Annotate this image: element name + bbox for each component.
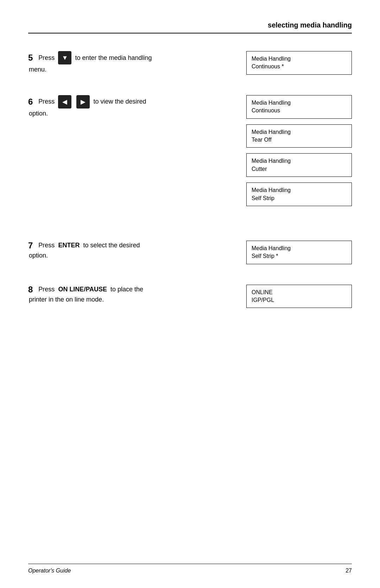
step-5-first-line: 5 Press to enter the media handling [28, 51, 232, 64]
step-6-lcd-2: Media Handling Cutter [246, 153, 352, 177]
step-5-text-after: to enter the media handling [75, 53, 152, 63]
step-6-lcd-3-text: Media Handling Self Strip [252, 186, 291, 202]
step-6-line2: option. [29, 110, 232, 117]
step-8-left: 8 Press ON LINE/PAUSE to place the print… [28, 285, 246, 303]
step-5-text-before: Press [38, 53, 55, 63]
page-title: selecting media handling [268, 21, 352, 29]
step-6-text-after: to view the desired [93, 97, 146, 106]
step-5-line2: menu. [29, 66, 232, 73]
step-6-lcd-2-text: Media Handling Cutter [252, 157, 291, 173]
step-5-right: Media Handling Continuous * [246, 51, 352, 78]
step-6-lcd-0-text: Media Handling Continuous [252, 99, 291, 115]
step-5-lcd-0-text: Media Handling Continuous * [252, 55, 291, 71]
step-8-first-line: 8 Press ON LINE/PAUSE to place the [28, 285, 232, 295]
step-6-number: 6 [28, 97, 33, 107]
right-arrow-icon[interactable] [76, 95, 90, 109]
step-6-inline: 6 Press to view the desired option. [28, 95, 232, 117]
step-7-bold: ENTER [58, 241, 80, 250]
step-7-row: 7 Press ENTER to select the desired opti… [28, 241, 352, 267]
step-5-inline: 5 Press to enter the media handling menu… [28, 51, 232, 73]
step-8-number: 8 [28, 285, 33, 295]
step-5-lcd-0: Media Handling Continuous * [246, 51, 352, 75]
page-container: selecting media handling 5 Press to ente… [0, 0, 380, 588]
step-6-first-line: 6 Press to view the desired [28, 95, 232, 109]
step-6-text-before: Press [38, 97, 55, 106]
step-8-right: ONLINE IGP/PGL [246, 285, 352, 311]
page-footer: Operator's Guide 27 [28, 564, 352, 574]
step-8-text-before: Press [38, 285, 55, 294]
step-8-lcd-0: ONLINE IGP/PGL [246, 285, 352, 308]
step-5-row: 5 Press to enter the media handling menu… [28, 51, 352, 78]
left-arrow-icon[interactable] [58, 95, 71, 109]
step-7-inline: 7 Press ENTER to select the desired opti… [28, 241, 232, 259]
step-8-text-after: to place the [110, 285, 143, 294]
main-content: 5 Press to enter the media handling menu… [28, 51, 352, 328]
page-header: selecting media handling [28, 21, 352, 33]
footer-left-text: Operator's Guide [28, 568, 71, 574]
step-8-line2: printer in the on line mode. [29, 296, 232, 303]
step-7-number: 7 [28, 241, 33, 250]
step-6-right: Media Handling Continuous Media Handling… [246, 95, 352, 209]
step-5-left: 5 Press to enter the media handling menu… [28, 51, 246, 73]
step-7-lcd-0: Media Handling Self Strip * [246, 241, 352, 264]
step-8-lcd-0-text: ONLINE IGP/PGL [252, 289, 274, 304]
step-5-number: 5 [28, 53, 33, 63]
step-7-text-after: to select the desired [83, 241, 140, 250]
footer-page-number: 27 [346, 568, 352, 574]
step-8-bold: ON LINE/PAUSE [58, 285, 107, 294]
step-7-line2: option. [29, 252, 232, 259]
step-7-lcd-0-text: Media Handling Self Strip * [252, 245, 291, 260]
step-6-lcd-3: Media Handling Self Strip [246, 182, 352, 206]
step-8-row: 8 Press ON LINE/PAUSE to place the print… [28, 285, 352, 311]
step-6-lcd-1: Media Handling Tear Off [246, 124, 352, 148]
step-6-lcd-0: Media Handling Continuous [246, 95, 352, 119]
step-7-right: Media Handling Self Strip * [246, 241, 352, 267]
step-6-row: 6 Press to view the desired option. Medi… [28, 95, 352, 209]
step-8-inline: 8 Press ON LINE/PAUSE to place the print… [28, 285, 232, 303]
step-7-first-line: 7 Press ENTER to select the desired [28, 241, 232, 250]
step-7-text-before: Press [38, 241, 55, 250]
step-6-lcd-1-text: Media Handling Tear Off [252, 128, 291, 144]
step-7-left: 7 Press ENTER to select the desired opti… [28, 241, 246, 259]
down-arrow-icon[interactable] [58, 51, 71, 64]
step-6-left: 6 Press to view the desired option. [28, 95, 246, 117]
